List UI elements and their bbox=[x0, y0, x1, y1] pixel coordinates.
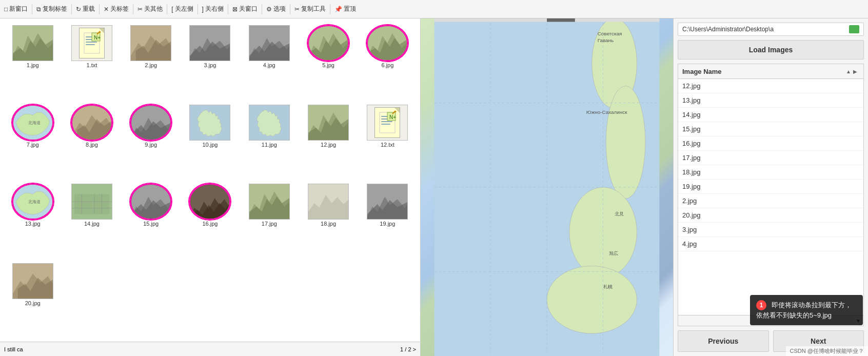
toolbar-label-copy-tab: 复制标签 bbox=[43, 5, 67, 13]
toolbar-label-pin: 置顶 bbox=[344, 5, 356, 13]
image-list-container: Image Name ▲ ▶ 12.jpg13.jpg14.jpg15.jpg1… bbox=[678, 64, 864, 326]
file-item[interactable]: 12.jpg bbox=[300, 102, 357, 180]
divider-2 bbox=[71, 4, 72, 14]
file-item[interactable]: 14.jpg bbox=[63, 181, 120, 259]
file-item[interactable]: 16.jpg bbox=[182, 181, 239, 259]
toolbar-label-reload: 重载 bbox=[83, 5, 95, 13]
file-label: 2.jpg bbox=[145, 62, 157, 68]
toolbar-label-copy-tool: 复制工具 bbox=[301, 5, 326, 13]
divider-3 bbox=[99, 4, 100, 14]
file-item[interactable]: N+ 1.txt bbox=[63, 23, 120, 100]
file-item[interactable]: 19.jpg bbox=[359, 181, 416, 259]
file-item[interactable]: 20.jpg bbox=[4, 261, 61, 338]
svg-text:北海道: 北海道 bbox=[28, 120, 40, 125]
list-item[interactable]: 16.jpg bbox=[678, 136, 863, 151]
file-label: 11.jpg bbox=[262, 142, 277, 148]
svg-text:札幌: 札幌 bbox=[603, 284, 613, 289]
svg-text:北見: 北見 bbox=[615, 211, 624, 216]
file-item[interactable]: 17.jpg bbox=[241, 181, 298, 259]
toolbar-copy-tab[interactable]: ⧉ 复制标签 bbox=[36, 5, 67, 13]
toolbar-copy-tool[interactable]: ✂ 复制工具 bbox=[294, 5, 326, 13]
file-item[interactable]: 北海道7.jpg bbox=[4, 102, 61, 180]
file-item[interactable]: 15.jpg bbox=[123, 181, 180, 259]
divider-1 bbox=[32, 4, 32, 14]
toolbar-close-right[interactable]: ] 关右侧 bbox=[202, 5, 224, 13]
toolbar-new-window[interactable]: □ 新窗口 bbox=[4, 5, 28, 13]
toolbar-label-close-window: 关窗口 bbox=[239, 5, 258, 13]
svg-text:N+: N+ bbox=[389, 114, 396, 120]
divider-4 bbox=[133, 4, 133, 14]
file-item[interactable]: 8.jpg bbox=[63, 102, 120, 180]
file-item[interactable]: 18.jpg bbox=[300, 181, 357, 259]
file-item[interactable]: 4.jpg bbox=[241, 23, 298, 100]
file-item[interactable]: 2.jpg bbox=[123, 23, 180, 100]
toolbar-close-window[interactable]: ⊠ 关窗口 bbox=[232, 5, 258, 13]
csdn-footer: CSDN @任博啥时候能毕业？ bbox=[786, 346, 868, 356]
close-left-icon: [ bbox=[171, 6, 173, 13]
list-item[interactable]: 4.jpg bbox=[678, 237, 863, 251]
file-label: 3.jpg bbox=[204, 62, 216, 68]
toolbar-pin[interactable]: 📌 置顶 bbox=[334, 5, 356, 13]
svg-text:Южно-Сахалинск: Южно-Сахалинск bbox=[586, 109, 627, 115]
svg-rect-26 bbox=[381, 124, 390, 125]
list-item[interactable]: 18.jpg bbox=[678, 165, 863, 180]
file-label: 19.jpg bbox=[380, 221, 395, 227]
file-item[interactable]: 5.jpg bbox=[300, 23, 357, 100]
file-item[interactable]: 10.jpg bbox=[182, 102, 239, 180]
file-item[interactable]: 1.jpg bbox=[4, 23, 61, 100]
main-area: 1.jpg N+ 1.txt2.jp bbox=[0, 18, 868, 356]
file-label: 16.jpg bbox=[203, 221, 218, 227]
scroll-right-arrow[interactable]: ▶ bbox=[851, 67, 859, 75]
toolbar-close-others[interactable]: ✂ 关其他 bbox=[137, 5, 163, 13]
divider-10 bbox=[330, 4, 330, 14]
file-label: 5.jpg bbox=[322, 62, 334, 68]
list-item[interactable]: 19.jpg bbox=[678, 180, 863, 194]
file-item[interactable]: 9.jpg bbox=[123, 102, 180, 180]
toolbar-close-tab[interactable]: ✕ 关标签 bbox=[104, 5, 129, 13]
svg-point-50 bbox=[547, 266, 637, 334]
svg-rect-64 bbox=[547, 18, 575, 22]
list-item[interactable]: 20.jpg bbox=[678, 208, 863, 223]
svg-rect-25 bbox=[381, 121, 392, 122]
list-item[interactable]: 15.jpg bbox=[678, 122, 863, 136]
sort-icon[interactable]: ▲ bbox=[846, 69, 851, 74]
image-list[interactable]: 12.jpg13.jpg14.jpg15.jpg16.jpg17.jpg18.j… bbox=[678, 79, 863, 315]
divider-9 bbox=[290, 4, 290, 14]
file-item[interactable]: N+ 12.txt bbox=[359, 102, 416, 180]
path-icon bbox=[849, 25, 859, 33]
toolbar-options[interactable]: ⚙ 选项 bbox=[266, 5, 286, 13]
svg-text:北海道: 北海道 bbox=[28, 200, 40, 204]
file-label: 6.jpg bbox=[381, 62, 393, 68]
file-browser: 1.jpg N+ 1.txt2.jp bbox=[0, 18, 421, 356]
reload-icon: ↻ bbox=[76, 6, 81, 13]
file-grid: 1.jpg N+ 1.txt2.jp bbox=[0, 18, 420, 342]
file-item[interactable]: 北海道13.jpg bbox=[4, 181, 61, 259]
close-others-icon: ✂ bbox=[137, 6, 143, 13]
file-label: 20.jpg bbox=[25, 300, 41, 306]
load-images-button[interactable]: Load Images bbox=[678, 40, 864, 60]
previous-button[interactable]: Previous bbox=[678, 330, 769, 352]
file-item[interactable]: 11.jpg bbox=[241, 102, 298, 180]
file-item[interactable]: 3.jpg bbox=[182, 23, 239, 100]
list-item[interactable]: 3.jpg bbox=[678, 223, 863, 237]
list-item[interactable]: 14.jpg bbox=[678, 108, 863, 122]
divider-5 bbox=[167, 4, 167, 14]
file-label: 17.jpg bbox=[262, 221, 277, 227]
list-item[interactable]: 12.jpg bbox=[678, 79, 863, 93]
svg-text:Советская: Советская bbox=[598, 31, 622, 36]
pin-icon: 📌 bbox=[334, 6, 342, 13]
file-item[interactable]: 6.jpg bbox=[359, 23, 416, 100]
toolbar: □ 新窗口 ⧉ 复制标签 ↻ 重载 ✕ 关标签 ✂ 关其他 [ 关左侧 ] 关右… bbox=[0, 0, 868, 18]
list-item[interactable]: 2.jpg bbox=[678, 194, 863, 208]
toolbar-reload[interactable]: ↻ 重载 bbox=[76, 5, 95, 13]
toolbar-close-left[interactable]: [ 关左侧 bbox=[171, 5, 193, 13]
list-item[interactable]: 13.jpg bbox=[678, 93, 863, 108]
image-list-header: Image Name ▲ ▶ bbox=[678, 64, 863, 79]
toolbar-label-close-others: 关其他 bbox=[144, 5, 163, 13]
list-item[interactable]: 17.jpg bbox=[678, 151, 863, 165]
copy-tab-icon: ⧉ bbox=[36, 6, 41, 13]
annotation-number: 1 bbox=[756, 300, 766, 310]
file-label: 18.jpg bbox=[321, 221, 336, 227]
annotation-tooltip: 1 即使将滚动条拉到最下方，依然看不到缺失的5~9.jpg bbox=[750, 295, 863, 326]
annotation-text: 即使将滚动条拉到最下方，依然看不到缺失的5~9.jpg bbox=[756, 301, 852, 319]
